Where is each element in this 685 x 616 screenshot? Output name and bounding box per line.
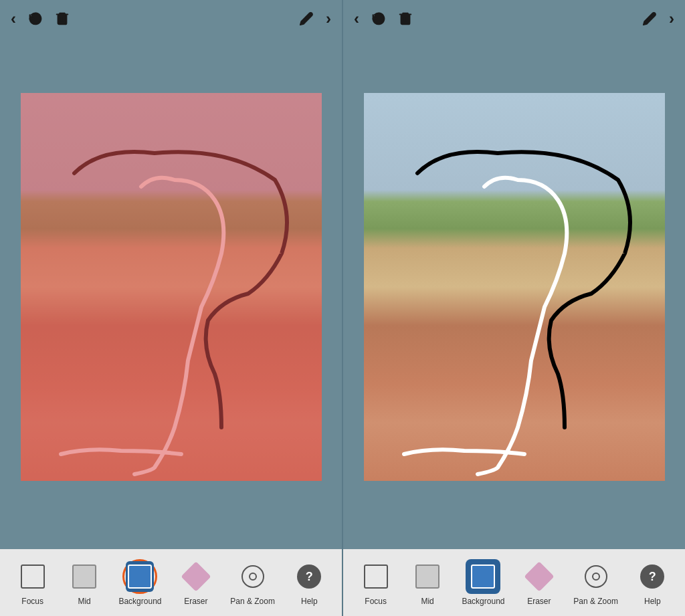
tool-pan-zoom-right[interactable]: Pan & Zoom	[573, 559, 618, 606]
main-container: ‹	[0, 0, 685, 616]
pan-zoom-inner-right	[592, 573, 600, 581]
help-icon-wrapper-left: ?	[292, 559, 326, 594]
right-image-area	[343, 37, 685, 549]
eraser-icon-wrapper-right	[522, 559, 557, 594]
delete-button[interactable]	[55, 11, 70, 27]
eraser-icon-left	[181, 561, 211, 591]
focus-icon-right	[364, 564, 388, 589]
right-pencil-button[interactable]	[642, 11, 657, 26]
focus-label-right: Focus	[365, 597, 387, 606]
tool-mid-left[interactable]: Mid	[67, 559, 102, 606]
tool-mid-right[interactable]: Mid	[410, 559, 445, 606]
right-forward-button[interactable]: ›	[669, 9, 674, 28]
undo-button[interactable]	[28, 11, 43, 26]
right-back-button[interactable]: ‹	[354, 9, 359, 28]
pencil-button[interactable]	[299, 11, 314, 26]
help-label-left: Help	[301, 597, 318, 606]
svg-rect-3	[401, 15, 410, 25]
eraser-label-left: Eraser	[184, 597, 207, 606]
left-photo	[21, 93, 322, 481]
help-icon-left: ?	[297, 564, 321, 589]
right-photo	[364, 93, 665, 481]
focus-icon-left	[21, 564, 45, 589]
background-icon-left	[128, 564, 152, 589]
pan-zoom-icon-wrapper-right	[579, 559, 613, 594]
tool-focus-left[interactable]: Focus	[15, 559, 50, 606]
tool-eraser-right[interactable]: Eraser	[522, 559, 557, 606]
mid-icon-wrapper-right	[410, 559, 445, 594]
tool-focus-right[interactable]: Focus	[359, 559, 393, 606]
mid-label-left: Mid	[78, 597, 90, 606]
help-icon-wrapper-right: ?	[635, 559, 670, 594]
tool-background-right[interactable]: Background	[462, 559, 504, 606]
tool-help-right[interactable]: ? Help	[635, 559, 670, 606]
help-label-right: Help	[644, 597, 661, 606]
tool-background-left[interactable]: Background	[118, 559, 161, 606]
background-icon-wrapper-left	[122, 559, 157, 594]
background-label-right: Background	[462, 597, 504, 606]
focus-icon-wrapper-right	[359, 559, 393, 594]
eraser-icon-wrapper-left	[179, 559, 213, 594]
svg-rect-0	[58, 15, 67, 25]
forward-button[interactable]: ›	[326, 9, 331, 28]
background-icon-right	[471, 564, 495, 589]
right-bottom-toolbar: Focus Mid Background Er	[343, 549, 685, 616]
pan-zoom-label-right: Pan & Zoom	[573, 597, 618, 606]
mid-icon-wrapper-left	[67, 559, 102, 594]
right-panel: ‹	[343, 0, 685, 616]
help-icon-right: ?	[640, 564, 664, 589]
pan-zoom-label-left: Pan & Zoom	[230, 597, 275, 606]
pan-zoom-icon-right	[585, 565, 607, 588]
focus-label-left: Focus	[21, 597, 43, 606]
left-panel: ‹	[0, 0, 343, 616]
focus-icon-wrapper-left	[15, 559, 50, 594]
right-delete-button[interactable]	[398, 11, 413, 27]
mid-icon-left	[72, 564, 96, 589]
tool-eraser-left[interactable]: Eraser	[179, 559, 213, 606]
pan-zoom-icon-wrapper-left	[235, 559, 270, 594]
background-inner-left	[126, 561, 154, 592]
tool-help-left[interactable]: ? Help	[292, 559, 326, 606]
left-toolbar: ‹	[0, 0, 342, 37]
pan-zoom-inner-left	[249, 573, 257, 581]
mid-icon-right	[415, 564, 439, 589]
eraser-label-right: Eraser	[527, 597, 551, 606]
mid-label-right: Mid	[421, 597, 433, 606]
back-button[interactable]: ‹	[11, 9, 16, 28]
left-image-area	[0, 37, 342, 549]
background-label-left: Background	[118, 597, 161, 606]
right-toolbar: ‹	[343, 0, 685, 37]
background-icon-wrapper-right	[466, 559, 500, 594]
eraser-icon-right	[524, 561, 554, 591]
left-bottom-toolbar: Focus Mid Background	[0, 549, 342, 616]
pan-zoom-icon-left	[241, 565, 264, 588]
right-undo-button[interactable]	[371, 11, 386, 26]
tool-pan-zoom-left[interactable]: Pan & Zoom	[230, 559, 275, 606]
